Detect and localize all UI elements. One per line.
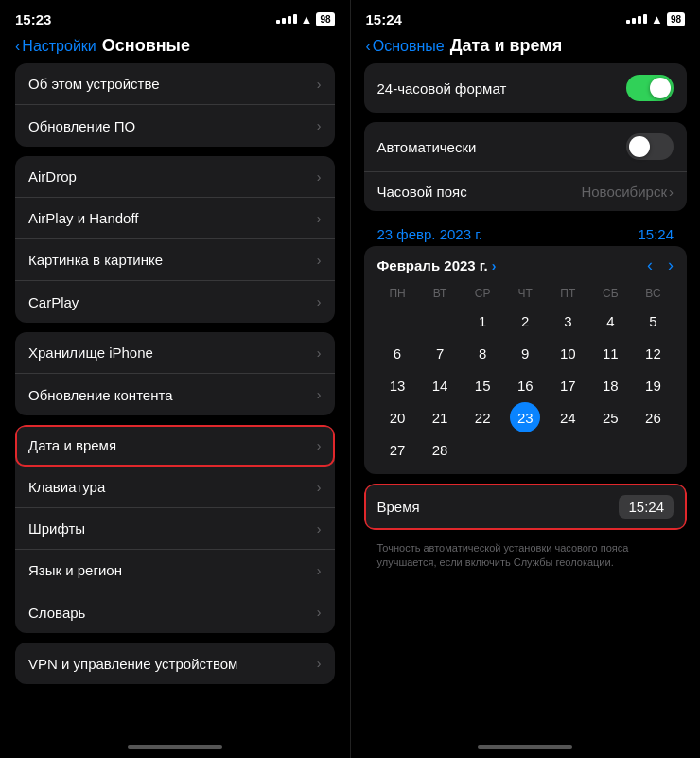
item-label: Словарь: [28, 605, 85, 621]
chevron-right-icon: ›: [317, 480, 322, 495]
calendar-day[interactable]: 28: [425, 434, 455, 465]
calendar-day-empty: [510, 434, 540, 465]
list-item[interactable]: Словарь ›: [15, 591, 335, 633]
signal-icon: [276, 14, 297, 24]
calendar-day[interactable]: 18: [595, 370, 625, 400]
timezone-row[interactable]: Часовой пояс Новосибирск ›: [364, 172, 688, 211]
item-label: VPN и управление устройством: [28, 656, 237, 672]
nav-bar-left: ‹ Настройки Основные: [0, 34, 350, 63]
chevron-right-icon: ›: [317, 387, 322, 402]
calendar-day[interactable]: 5: [638, 306, 668, 336]
chevron-right-icon: ›: [317, 438, 322, 453]
back-button-left[interactable]: ‹ Настройки: [15, 38, 96, 55]
calendar-day[interactable]: 24: [552, 402, 583, 432]
list-item[interactable]: Клавиатура ›: [15, 467, 335, 508]
settings-list: Об этом устройстве › Обновление ПО › Air…: [0, 63, 350, 739]
calendar-day[interactable]: 14: [425, 370, 455, 400]
calendar-day[interactable]: 22: [467, 402, 498, 432]
item-label: Дата и время: [28, 437, 116, 453]
list-item[interactable]: Хранилище iPhone ›: [15, 332, 335, 374]
auto-label: Автоматически: [377, 139, 477, 155]
item-label: Шрифты: [28, 520, 85, 537]
calendar-day[interactable]: 15: [467, 370, 498, 400]
calendar-day[interactable]: 3: [552, 306, 583, 336]
chevron-left-icon-right: ‹: [366, 38, 371, 55]
list-item[interactable]: CarPlay ›: [15, 281, 335, 323]
status-icons-right: ▲ 98: [626, 12, 685, 26]
timezone-value: Новосибирск ›: [581, 184, 674, 200]
timezone-label: Часовой пояс: [377, 184, 467, 200]
page-title-left: Основные: [102, 36, 190, 56]
calendar-day-empty: [552, 434, 583, 465]
calendar-day[interactable]: 8: [467, 338, 498, 368]
list-item[interactable]: Обновление контента ›: [15, 374, 335, 415]
calendar-day[interactable]: 26: [638, 402, 668, 432]
page-title-right: Дата и время: [450, 36, 562, 56]
calendar-day[interactable]: 9: [510, 338, 540, 368]
auto-row[interactable]: Автоматически: [364, 122, 688, 172]
list-item[interactable]: Картинка в картинке ›: [15, 239, 335, 281]
list-item[interactable]: Об этом устройстве ›: [15, 63, 335, 105]
list-item[interactable]: AirPlay и Handoff ›: [15, 198, 335, 239]
chevron-right-icon: ›: [317, 521, 322, 537]
calendar-day[interactable]: 16: [510, 370, 540, 400]
calendar-day[interactable]: 13: [382, 370, 412, 400]
time-label: Время: [377, 499, 420, 515]
calendar-day[interactable]: 17: [552, 370, 583, 400]
status-time-left: 15:23: [15, 11, 51, 27]
wifi-icon-right: ▲: [651, 12, 663, 26]
chevron-right-icon: ›: [317, 345, 322, 361]
list-item[interactable]: AirDrop ›: [15, 156, 335, 198]
back-button-right[interactable]: ‹ Основные: [366, 38, 445, 55]
group-5: VPN и управление устройством ›: [15, 643, 335, 684]
calendar-day[interactable]: 11: [595, 338, 625, 368]
list-item[interactable]: Шрифты ›: [15, 508, 335, 550]
chevron-right-icon: ›: [317, 211, 322, 226]
list-item[interactable]: Обновление ПО ›: [15, 105, 335, 147]
time-value-badge: 15:24: [619, 495, 674, 519]
date-time-item[interactable]: Дата и время ›: [15, 425, 335, 467]
datetime-display: 23 февр. 2023 г. 15:24: [364, 220, 688, 246]
list-item[interactable]: Язык и регион ›: [15, 550, 335, 591]
weekday-header: ВТ: [420, 283, 461, 304]
calendar-day-today[interactable]: 23: [510, 402, 540, 432]
status-bar-left: 15:23 ▲ 98: [0, 0, 350, 34]
calendar-day[interactable]: 7: [425, 338, 455, 368]
list-item[interactable]: VPN и управление устройством ›: [15, 643, 335, 684]
calendar-day[interactable]: 4: [595, 306, 625, 336]
item-label: CarPlay: [28, 294, 79, 310]
month-chevron-icon: ›: [492, 258, 497, 273]
calendar-day[interactable]: 12: [638, 338, 668, 368]
calendar-month-label: Февраль 2023 г. ›: [377, 257, 497, 273]
prev-month-button[interactable]: ‹: [647, 256, 653, 275]
weekday-header: ПТ: [548, 283, 588, 304]
datetime-content: 24-часовой формат Автоматически Часовой …: [351, 63, 701, 739]
calendar-day[interactable]: 25: [595, 402, 625, 432]
time-row[interactable]: Время 15:24: [364, 484, 688, 530]
calendar-day[interactable]: 2: [510, 306, 540, 336]
calendar-day[interactable]: 6: [382, 338, 412, 368]
chevron-right-icon: ›: [317, 605, 322, 620]
home-bar-right: [478, 745, 572, 749]
home-bar: [128, 745, 222, 749]
chevron-tz-icon: ›: [669, 184, 674, 200]
status-icons-left: ▲ 98: [276, 12, 335, 26]
calendar-day[interactable]: 20: [382, 402, 412, 432]
toggle-thumb: [650, 78, 671, 98]
calendar-day[interactable]: 21: [425, 402, 455, 432]
toggle-auto-switch[interactable]: [626, 133, 674, 160]
calendar-day[interactable]: 10: [552, 338, 583, 368]
calendar-day[interactable]: 27: [382, 434, 412, 465]
calendar-day[interactable]: 19: [638, 370, 668, 400]
settings-screen: 15:23 ▲ 98 ‹ Настройки Основные Об этом …: [0, 0, 351, 758]
weekday-header: ЧТ: [505, 283, 546, 304]
calendar-day[interactable]: 1: [467, 306, 498, 336]
group-4: Дата и время › Клавиатура › Шрифты › Язы…: [15, 425, 335, 633]
toggle-24h-switch[interactable]: [626, 75, 674, 101]
back-label-left: Настройки: [22, 38, 96, 55]
next-month-button[interactable]: ›: [668, 256, 674, 275]
time-value-display: 15:24: [638, 226, 674, 242]
battery-badge-right: 98: [667, 12, 685, 26]
toggle-24h-row[interactable]: 24-часовой формат: [364, 63, 688, 113]
home-indicator-right: [351, 739, 701, 758]
